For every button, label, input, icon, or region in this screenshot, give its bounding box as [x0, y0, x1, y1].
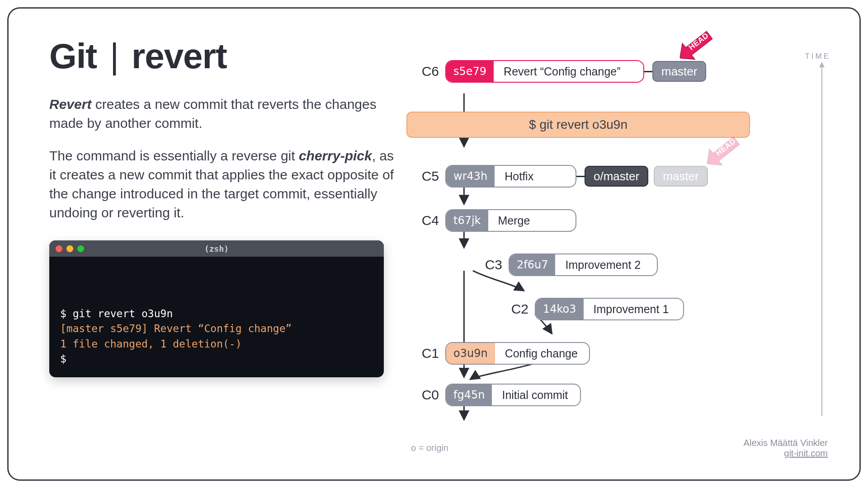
page-title: Git | revert [49, 36, 402, 77]
commit-msg: Revert “Config change” [494, 65, 630, 78]
commit-pill: o3u9n Config change [445, 342, 590, 365]
commit-graph: TIME C6 s5e [402, 36, 828, 461]
commit-msg: Hotfix [495, 170, 543, 183]
commit-msg: Initial commit [492, 389, 578, 402]
commit-row-c6: C6 s5e79 Revert “Config change” master [411, 60, 706, 83]
commit-row-c0: C0 fg45n Initial commit [411, 384, 581, 406]
author-name: Alexis Määttä Vinkler [744, 438, 828, 448]
commit-label: C1 [411, 346, 439, 361]
terminal-line-1: $ git revert o3u9n [60, 306, 373, 321]
para2-a: The command is essentially a reverse git [49, 148, 299, 163]
commit-label: C6 [411, 64, 439, 79]
author-link: git-init.com [744, 448, 828, 459]
commit-row-c4: C4 t67jk Merge [411, 209, 576, 232]
description-para-2: The command is essentially a reverse git… [49, 146, 402, 222]
title-suffix: revert [132, 36, 227, 76]
cherry-pick-keyword: cherry-pick [299, 148, 372, 163]
command-text: $ git revert o3u9n [529, 117, 627, 132]
branch-tag-master: master [652, 61, 706, 82]
commit-label: C3 [474, 257, 502, 272]
tag-connector [644, 71, 652, 72]
time-label: TIME [805, 52, 830, 61]
commit-pill: 2f6u7 Improvement 2 [509, 253, 658, 276]
author-credit: Alexis Määttä Vinkler git-init.com [744, 438, 828, 459]
terminal-window: (zsh) $ git revert o3u9n [master s5e79] … [49, 240, 384, 377]
para1-text: creates a new commit that reverts the ch… [49, 97, 377, 131]
terminal-line-3: 1 file changed, 1 deletion(-) [60, 337, 373, 352]
branch-tag-o-master: o/master [585, 166, 648, 187]
commit-hash: 14ko3 [536, 299, 584, 319]
commit-msg: Improvement 1 [584, 303, 679, 316]
command-band: $ git revert o3u9n [406, 112, 750, 138]
commit-msg: Merge [488, 214, 540, 227]
commit-hash: 2f6u7 [509, 254, 555, 275]
commit-label: C0 [411, 387, 439, 403]
commit-pill: s5e79 Revert “Config change” [445, 60, 644, 83]
terminal-body: $ git revert o3u9n [master s5e79] Revert… [49, 257, 384, 377]
commit-row-c5: C5 wr43h Hotfix o/master master [411, 165, 708, 188]
commit-hash: fg45n [446, 385, 492, 405]
commit-hash: wr43h [446, 166, 495, 187]
commit-pill: wr43h Hotfix [445, 165, 576, 188]
commit-label: C5 [411, 169, 439, 184]
title-separator: | [100, 36, 128, 76]
commit-label: C2 [500, 301, 528, 317]
right-column: TIME C6 s5e [402, 36, 828, 461]
terminal-line-2: [master s5e79] Revert “Config change” [60, 321, 373, 336]
commit-hash: s5e79 [446, 61, 494, 82]
commit-hash: t67jk [446, 210, 488, 231]
commit-row-c3: C3 2f6u7 Improvement 2 [474, 253, 658, 276]
commit-pill: fg45n Initial commit [445, 384, 581, 406]
commit-msg: Config change [495, 347, 588, 360]
left-column: Git | revert Revert creates a new commit… [49, 36, 402, 461]
description-para-1: Revert creates a new commit that reverts… [49, 95, 402, 133]
commit-row-c2: C2 14ko3 Improvement 1 [500, 298, 684, 320]
time-axis [821, 63, 822, 416]
origin-legend: o = origin [411, 443, 448, 453]
terminal-prompt: $ [60, 352, 373, 366]
commit-row-c1: C1 o3u9n Config change [411, 342, 590, 365]
commit-pill: t67jk Merge [445, 209, 576, 232]
commit-hash: o3u9n [446, 343, 495, 364]
commit-label: C4 [411, 213, 439, 228]
revert-keyword: Revert [49, 97, 91, 112]
terminal-shell-name: (zsh) [49, 244, 384, 253]
commit-msg: Improvement 2 [555, 258, 651, 272]
tag-connector [576, 176, 585, 177]
slide-frame: Git | revert Revert creates a new commit… [7, 7, 861, 481]
branch-tag-master-faded: master [654, 166, 708, 187]
commit-pill: 14ko3 Improvement 1 [535, 298, 684, 320]
terminal-titlebar: (zsh) [49, 240, 384, 257]
title-prefix: Git [49, 36, 97, 76]
